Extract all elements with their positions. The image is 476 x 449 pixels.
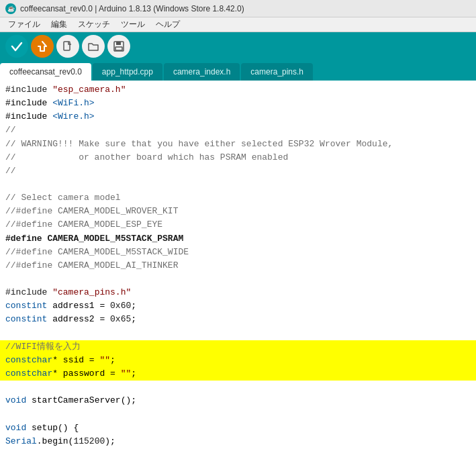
open-button[interactable]	[82, 35, 105, 58]
code-line: //#define CAMERA_MODEL_AI_THINKER	[0, 259, 476, 272]
code-line: void setup() {	[0, 421, 476, 435]
code-line	[0, 272, 476, 286]
code-line: const char* ssid = "";	[0, 354, 476, 367]
menu-sketch[interactable]: スケッチ	[73, 17, 115, 32]
code-line: //	[0, 123, 476, 137]
code-line	[0, 178, 476, 191]
code-line: Serial.begin(115200);	[0, 435, 476, 448]
code-line: // or another board which has PSRAM enab…	[0, 151, 476, 164]
code-line: //	[0, 164, 476, 178]
code-line: //#define CAMERA_MODEL_ESP_EYE	[0, 218, 476, 232]
code-line: const char* password = "";	[0, 367, 476, 381]
svg-rect-2	[116, 42, 121, 45]
app-icon: ☕	[5, 3, 16, 14]
code-line: // Select camera model	[0, 191, 476, 205]
code-line: //#define CAMERA_MODEL_WROVER_KIT	[0, 205, 476, 218]
open-folder-icon	[88, 41, 99, 52]
code-line: //#define CAMERA_MODEL_M5STACK_WIDE	[0, 246, 476, 259]
code-line: const int address1 = 0x60;	[0, 299, 476, 313]
toolbar	[0, 32, 476, 60]
code-line: #define CAMERA_MODEL_M5STACK_PSRAM	[0, 232, 476, 246]
code-line: #include "camera_pins.h"	[0, 286, 476, 299]
new-file-icon	[62, 41, 73, 52]
title-text: coffeecansat_rev0.0 | Arduino 1.8.13 (Wi…	[20, 4, 244, 13]
menu-file[interactable]: ファイル	[3, 17, 46, 32]
save-button[interactable]	[107, 35, 130, 58]
code-line	[0, 407, 476, 421]
menu-edit[interactable]: 編集	[46, 17, 73, 32]
menu-help[interactable]: ヘルプ	[150, 17, 185, 32]
upload-icon	[36, 40, 48, 52]
code-line: void startCameraServer();	[0, 394, 476, 407]
check-icon	[11, 40, 23, 52]
tab-coffeecansat[interactable]: coffeecansat_rev0.0	[0, 63, 91, 81]
code-line: #include "esp_camera.h"	[0, 83, 476, 97]
tab-bar: coffeecansat_rev0.0 app_httpd.cpp camera…	[0, 60, 476, 81]
menu-bar: ファイル 編集 スケッチ ツール ヘルプ	[0, 17, 476, 32]
upload-button[interactable]	[31, 35, 54, 58]
code-line	[0, 327, 476, 340]
tab-app-httpd[interactable]: app_httpd.cpp	[93, 63, 162, 81]
code-line: //WIFI情報を入力	[0, 340, 476, 354]
code-line: #include <WiFi.h>	[0, 97, 476, 110]
verify-button[interactable]	[5, 35, 28, 58]
code-line	[0, 381, 476, 394]
new-button[interactable]	[56, 35, 79, 58]
save-icon	[113, 41, 124, 52]
svg-rect-3	[115, 47, 122, 50]
code-line: const int address2 = 0x65;	[0, 313, 476, 326]
menu-tools[interactable]: ツール	[115, 17, 150, 32]
tab-camera-index[interactable]: camera_index.h	[164, 63, 240, 81]
code-line: // WARNING!!! Make sure that you have ei…	[0, 138, 476, 151]
code-line: #include <Wire.h>	[0, 110, 476, 123]
code-editor[interactable]: #include "esp_camera.h"#include <WiFi.h>…	[0, 81, 476, 449]
tab-camera-pins[interactable]: camera_pins.h	[241, 63, 313, 81]
title-bar: ☕ coffeecansat_rev0.0 | Arduino 1.8.13 (…	[0, 0, 476, 17]
